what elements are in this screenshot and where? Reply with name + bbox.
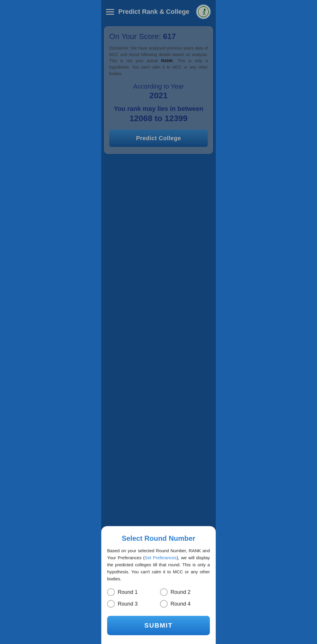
modal-backdrop: Select Round Number Based on your select…	[101, 0, 216, 232]
